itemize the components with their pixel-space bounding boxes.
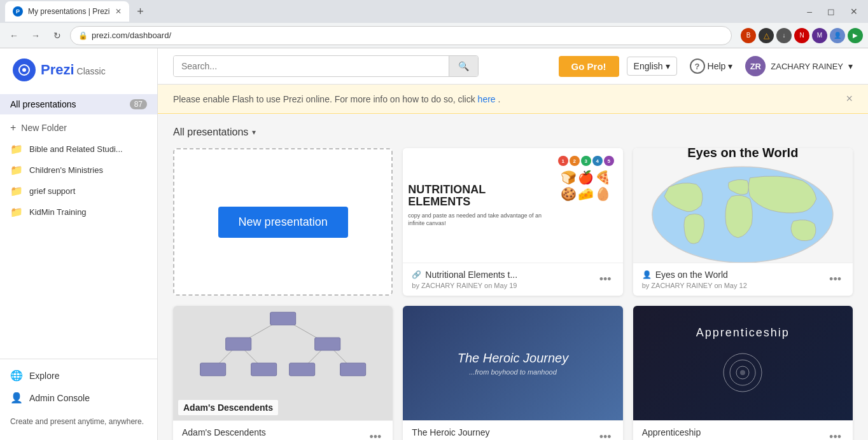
sidebar-explore[interactable]: 🌐 Explore (0, 364, 157, 387)
flash-link[interactable]: here (478, 94, 496, 104)
flash-notice: Please enable Flash to use Prezi online.… (158, 85, 868, 114)
sidebar-folder-grief[interactable]: 📁 grief support (0, 181, 157, 202)
thumbnail-eyes-world: Eyes on the World (633, 148, 853, 263)
card-footer-apprenticeship: Apprenticeship by ZACHARY RAINEY on May … (633, 420, 853, 440)
new-tab-button[interactable]: + (132, 3, 150, 20)
sidebar-admin-console[interactable]: 👤 Admin Console (0, 387, 157, 409)
chevron-down-icon: ▾ (666, 61, 670, 71)
svg-rect-13 (251, 363, 277, 376)
prezi-logo-icon (13, 58, 36, 81)
sidebar-folder-children[interactable]: 📁 Children's Ministries (0, 160, 157, 181)
presentation-card-nutritional[interactable]: NUTRITIONAL ELEMENTS copy and paste as n… (403, 148, 622, 296)
sidebar-all-presentations[interactable]: All presentations 87 (0, 94, 157, 114)
lock-icon: 🔗 (412, 270, 421, 279)
thumbnail-adam: Adam's Descendents (173, 306, 393, 420)
presentation-card-heroic[interactable]: The Heroic Journey ...from boyhood to ma… (403, 306, 622, 440)
sidebar-folder-kidmin[interactable]: 📁 KidMin Training (0, 202, 157, 223)
folder-icon: 📁 (10, 185, 23, 197)
card-footer-adam: Adam's Descendents by ZACHARY RAINEY on … (173, 420, 393, 440)
number-circles: 1 2 3 4 5 (558, 156, 614, 166)
main-content: 🔍 Go Pro! English ▾ ? Help ▾ ZR ZACHARY … (158, 48, 868, 440)
presentations-count-badge: 87 (130, 99, 147, 109)
ext-icon-2[interactable]: △ (759, 28, 774, 43)
svg-rect-12 (200, 363, 226, 376)
card-footer-nutritional: 🔗 Nutritional Elements t... by ZACHARY R… (403, 263, 622, 296)
presentation-card-eyes-world[interactable]: Eyes on the World (633, 148, 853, 296)
card-info-heroic: The Heroic Journey by ZACHARY RAINEY on … (412, 427, 596, 440)
presentation-card-adam[interactable]: Adam's Descendents Adam's Descendents by… (173, 306, 393, 440)
card-info-apprenticeship: Apprenticeship by ZACHARY RAINEY on May … (642, 427, 827, 440)
search-input[interactable] (174, 56, 449, 76)
flash-text: Please enable Flash to use Prezi online.… (173, 94, 500, 104)
user-menu-button[interactable]: ZR ZACHARY RAINEY ▾ (745, 56, 853, 76)
address-bar[interactable]: 🔒 prezi.com/dashboard/ (70, 26, 732, 45)
maximize-button[interactable]: ◻ (822, 4, 840, 19)
sidebar-bottom: 🌐 Explore 👤 Admin Console Create and pre… (0, 359, 157, 440)
browser-toolbar: ← → ↻ 🔒 prezi.com/dashboard/ B △ ↓ N M 👤… (0, 23, 868, 48)
card-footer-heroic: The Heroic Journey by ZACHARY RAINEY on … (403, 420, 622, 440)
help-button[interactable]: ? Help ▾ (685, 55, 738, 78)
folder-icon: 📁 (10, 206, 23, 218)
svg-rect-15 (340, 363, 366, 376)
card-more-button-heroic[interactable]: ••• (597, 428, 614, 440)
ext-icon-4[interactable]: N (794, 28, 809, 43)
card-info-eyes-world: 👤 Eyes on the World by ZACHARY RAINEY on… (642, 270, 827, 289)
globe-icon: 🌐 (10, 369, 23, 382)
ext-icon-5[interactable]: M (812, 28, 827, 43)
ext-icon-3[interactable]: ↓ (776, 28, 792, 43)
ext-icon-1[interactable]: B (741, 28, 756, 43)
thumbnail-heroic: The Heroic Journey ...from boyhood to ma… (403, 306, 622, 420)
forward-button[interactable]: → (27, 27, 45, 45)
browser-chrome: P My presentations | Prezi ✕ + – ◻ ✕ ← →… (0, 0, 868, 48)
sidebar-folder-bible[interactable]: 📁 Bible and Related Studi... (0, 139, 157, 160)
food-icons: 🍞 🍎 🍕 🍪 🧀 🥚 (561, 170, 611, 202)
go-pro-button[interactable]: Go Pro! (559, 56, 619, 77)
svg-rect-14 (290, 363, 315, 376)
svg-point-19 (740, 370, 745, 375)
presentations-grid-row1: New presentation NUTRITIONAL ELEMENTS co… (173, 148, 853, 296)
person-icon: 👤 (642, 270, 652, 279)
active-tab[interactable]: P My presentations | Prezi ✕ (5, 1, 129, 22)
new-presentation-button[interactable]: New presentation (218, 207, 348, 238)
url-text: prezi.com/dashboard/ (92, 31, 171, 40)
content-area: All presentations ▾ New presentation (158, 114, 868, 440)
window-controls: – ◻ ✕ (802, 4, 863, 19)
tab-favicon: P (13, 6, 23, 17)
thumbnail-apprenticeship: Apprenticeship (633, 306, 853, 420)
filter-bar: All presentations ▾ (173, 127, 853, 138)
presentations-grid-row2: Adam's Descendents Adam's Descendents by… (173, 306, 853, 440)
card-info-nutritional: 🔗 Nutritional Elements t... by ZACHARY R… (412, 270, 596, 289)
search-container[interactable]: 🔍 (173, 55, 479, 77)
sidebar-new-folder[interactable]: + New Folder (0, 117, 157, 139)
new-presentation-card[interactable]: New presentation (173, 148, 393, 296)
search-button[interactable]: 🔍 (449, 56, 478, 76)
browser-titlebar: P My presentations | Prezi ✕ + – ◻ ✕ (0, 0, 868, 23)
back-button[interactable]: ← (5, 27, 23, 45)
reload-button[interactable]: ↻ (48, 27, 66, 45)
sidebar-logo[interactable]: Prezi Classic (0, 48, 157, 92)
top-bar: 🔍 Go Pro! English ▾ ? Help ▾ ZR ZACHARY … (158, 48, 868, 85)
card-more-button-adam[interactable]: ••• (367, 428, 384, 440)
language-button[interactable]: English ▾ (627, 57, 677, 76)
ext-icon-6[interactable]: ▶ (848, 28, 863, 43)
close-button[interactable]: ✕ (845, 4, 863, 19)
profile-icon[interactable]: 👤 (830, 28, 845, 43)
filter-dropdown[interactable]: All presentations ▾ (173, 127, 256, 138)
flash-close-button[interactable]: × (846, 92, 853, 106)
user-chevron-icon: ▾ (848, 61, 853, 71)
tab-close-button[interactable]: ✕ (115, 7, 122, 16)
card-more-button-eyes-world[interactable]: ••• (827, 270, 844, 289)
tab-title: My presentations | Prezi (28, 7, 110, 16)
card-more-button-apprenticeship[interactable]: ••• (827, 428, 844, 440)
app-layout: Prezi Classic All presentations 87 + New… (0, 48, 868, 440)
user-avatar: ZR (745, 56, 766, 76)
security-icon: 🔒 (78, 31, 88, 40)
extension-icons: B △ ↓ N M 👤 ▶ (741, 28, 863, 43)
presentation-card-apprenticeship[interactable]: Apprenticeship (633, 306, 853, 440)
folder-icon: 📁 (10, 143, 23, 155)
card-more-button-nutritional[interactable]: ••• (597, 270, 614, 289)
minimize-button[interactable]: – (802, 4, 817, 19)
sidebar-promo: Create and present anytime, anywhere. (0, 409, 157, 435)
svg-rect-11 (315, 338, 340, 350)
card-footer-eyes-world: 👤 Eyes on the World by ZACHARY RAINEY on… (633, 263, 853, 296)
